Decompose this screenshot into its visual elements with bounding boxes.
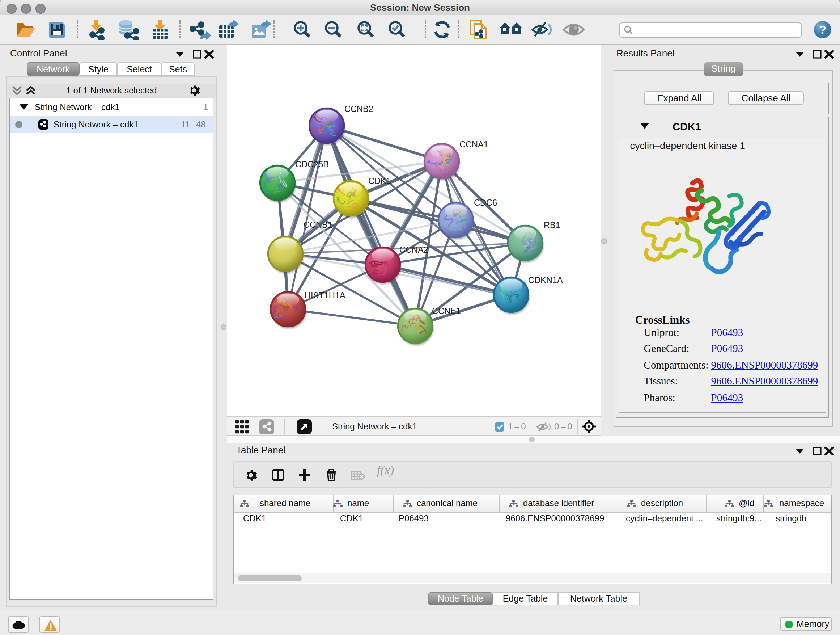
svg-text:CCNE1: CCNE1 xyxy=(432,306,461,316)
svg-text:CCNA2: CCNA2 xyxy=(399,245,428,255)
svg-text:CCNB1: CCNB1 xyxy=(303,220,332,230)
svg-text:CCNB2: CCNB2 xyxy=(344,104,373,114)
svg-text:HIST1H1A: HIST1H1A xyxy=(305,291,346,300)
svg-text:CDK1: CDK1 xyxy=(368,176,391,186)
svg-text:CDC6: CDC6 xyxy=(474,198,497,207)
svg-text:RB1: RB1 xyxy=(544,220,561,230)
svg-text:CDC25B: CDC25B xyxy=(295,160,329,169)
svg-text:?: ? xyxy=(819,23,826,36)
svg-text:CCNA1: CCNA1 xyxy=(459,140,488,149)
svg-text:CDKN1A: CDKN1A xyxy=(528,276,563,285)
